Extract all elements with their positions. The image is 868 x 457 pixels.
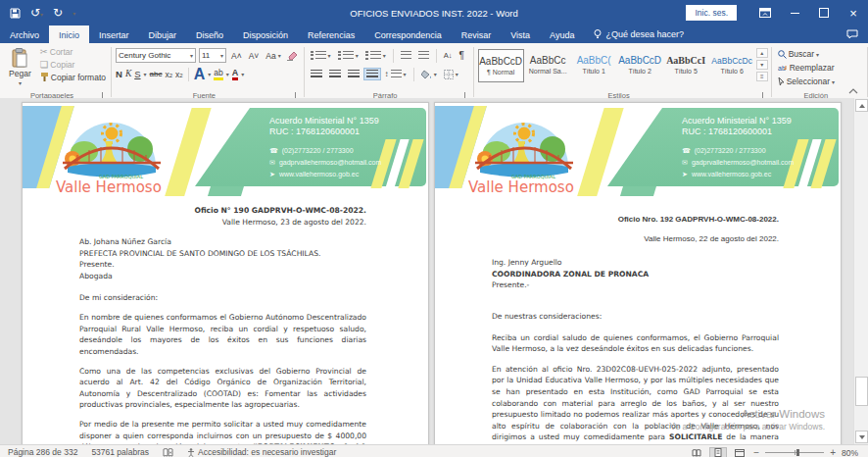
subscript-button[interactable]: x2 xyxy=(165,70,172,79)
document-page-2[interactable]: Acuerdo Ministerial N° 1359 RUC : 176812… xyxy=(434,102,842,444)
undo-icon[interactable]: ↺▾ xyxy=(30,6,43,20)
font-color-button[interactable]: A xyxy=(232,68,239,80)
styles-scroll-down-icon[interactable]: ▾ xyxy=(756,60,768,70)
style-normal[interactable]: AaBbCcD¶ Normal xyxy=(478,49,524,82)
clear-formatting-icon[interactable] xyxy=(286,51,298,61)
replace-button[interactable]: ab Reemplazar xyxy=(776,62,864,74)
shrink-font-button[interactable]: A˅ xyxy=(247,50,262,62)
borders-button[interactable]: ▾ xyxy=(442,69,460,80)
font-name-combo[interactable]: Century Gothic▾ xyxy=(116,48,196,63)
print-layout-icon[interactable] xyxy=(710,448,726,457)
font-color-dropdown-icon[interactable]: ▾ xyxy=(241,71,244,77)
proofing-icon[interactable] xyxy=(163,448,173,457)
tab-dibujar[interactable]: Dibujar xyxy=(139,25,187,43)
scroll-down-icon[interactable] xyxy=(855,431,868,443)
highlight-color-button[interactable]: ab xyxy=(214,68,222,80)
qat-customize-icon[interactable]: ▾ xyxy=(72,10,75,17)
decrease-indent-icon xyxy=(401,51,411,60)
multilevel-list-button[interactable]: ▾ xyxy=(363,50,388,61)
sign-in-button[interactable]: Inic. ses. xyxy=(686,5,737,21)
tab-diseno[interactable]: Diseño xyxy=(186,25,233,43)
copy-icon: ❏ xyxy=(40,60,49,70)
align-left-button[interactable] xyxy=(309,69,324,79)
paste-dropdown-icon[interactable]: ▾ xyxy=(19,79,22,86)
strikethrough-button[interactable]: abc xyxy=(150,70,163,78)
tab-revisar[interactable]: Revisar xyxy=(452,25,502,43)
shading-button[interactable]: ▾ xyxy=(419,69,439,80)
recipient-block-1: Ab. Johana Núñez García PREFECTA PROVINC… xyxy=(23,236,428,281)
text-effects-dropdown-icon[interactable]: ▾ xyxy=(208,71,211,77)
tab-disposicion[interactable]: Disposición xyxy=(233,25,298,43)
find-button[interactable]: Buscar▾ xyxy=(776,48,864,60)
minimize-button[interactable] xyxy=(780,0,809,25)
styles-more-icon[interactable]: ≡ xyxy=(756,72,768,81)
document-page-1[interactable]: Acuerdo Ministerial N° 1359 RUC : 176812… xyxy=(22,102,429,444)
style-titulo-6[interactable]: AaBbCcDcTítulo 6 xyxy=(710,49,754,80)
tab-insertar[interactable]: Insertar xyxy=(89,25,139,43)
tell-me-box[interactable]: ¿Qué desea hacer? xyxy=(584,25,694,43)
restore-button[interactable] xyxy=(809,0,839,25)
tab-inicio[interactable]: Inicio xyxy=(49,25,89,43)
zoom-slider-thumb[interactable] xyxy=(796,449,799,456)
close-button[interactable]: × xyxy=(839,0,868,25)
grow-font-button[interactable]: A˄ xyxy=(229,50,244,62)
tab-archivo[interactable]: Archivo xyxy=(0,25,49,43)
copy-button[interactable]: ❏Copiar xyxy=(38,59,108,71)
decrease-indent-button[interactable] xyxy=(399,50,413,61)
style-titulo-1[interactable]: AaBbC(Título 1 xyxy=(572,49,616,80)
highlight-dropdown-icon[interactable]: ▾ xyxy=(226,71,229,77)
scrollbar-thumb[interactable] xyxy=(855,377,868,406)
zoom-in-icon[interactable]: + xyxy=(830,447,836,457)
logo-title: Valle Hermoso xyxy=(56,178,162,196)
sort-button[interactable]: A↓ xyxy=(442,50,455,61)
tab-referencias[interactable]: Referencias xyxy=(298,25,364,43)
text-effects-button[interactable]: A xyxy=(194,66,206,83)
zoom-slider[interactable] xyxy=(765,452,824,453)
align-center-button[interactable] xyxy=(327,69,343,79)
numbering-button[interactable]: ▾ xyxy=(336,50,361,61)
bold-button[interactable]: N xyxy=(116,70,122,79)
scroll-up-icon[interactable] xyxy=(855,99,868,112)
accessibility-status[interactable]: Accesibilidad: es necesario investigar xyxy=(187,447,336,457)
font-size-combo[interactable]: 11▾ xyxy=(199,48,226,63)
style-titulo-2[interactable]: AaBbCcDTítulo 2 xyxy=(618,49,662,80)
zoom-level[interactable]: 80% xyxy=(842,448,858,457)
word-count[interactable]: 53761 palabras xyxy=(91,447,149,457)
web-layout-icon[interactable] xyxy=(732,448,747,457)
justify-button[interactable] xyxy=(364,69,380,79)
style-titulo-5[interactable]: AaBbCcITítulo 5 xyxy=(664,49,708,80)
collapse-ribbon-icon[interactable] xyxy=(848,87,858,95)
line-spacing-button[interactable]: ↕▾ xyxy=(383,69,409,79)
show-marks-button[interactable]: ¶ xyxy=(457,49,465,62)
ribbon-display-options-icon[interactable] xyxy=(750,0,780,25)
vertical-scrollbar[interactable] xyxy=(853,98,868,444)
format-painter-button[interactable]: Copiar formato xyxy=(38,72,108,83)
redo-icon[interactable]: ↻ xyxy=(53,6,63,20)
bullets-button[interactable]: ▾ xyxy=(309,50,333,61)
feedback-comment-icon[interactable] xyxy=(846,29,858,39)
change-case-button[interactable]: Aa▾ xyxy=(264,50,282,62)
undo-dropdown-icon[interactable]: ▾ xyxy=(40,12,43,18)
styles-scroll-up-icon[interactable]: ▴ xyxy=(756,48,768,58)
read-mode-icon[interactable] xyxy=(689,448,704,457)
tab-ayuda[interactable]: Ayuda xyxy=(540,25,584,43)
italic-button[interactable]: K xyxy=(125,70,131,79)
select-button[interactable]: Seleccionar▾ xyxy=(776,76,864,87)
underline-button[interactable]: S xyxy=(134,70,140,79)
underline-dropdown-icon[interactable]: ▾ xyxy=(144,71,147,77)
letterhead-contact-block: Acuerdo Ministerial N° 1359 RUC : 176812… xyxy=(269,116,381,180)
zoom-out-icon[interactable]: − xyxy=(753,447,759,457)
document-area[interactable]: Acuerdo Ministerial N° 1359 RUC : 176812… xyxy=(0,98,854,444)
cut-button[interactable]: ✂Cortar xyxy=(38,46,108,58)
page-indicator[interactable]: Página 286 de 332 xyxy=(8,447,77,457)
increase-indent-button[interactable] xyxy=(416,50,431,61)
align-right-button[interactable] xyxy=(346,69,362,79)
tab-vista[interactable]: Vista xyxy=(501,25,540,43)
style-normal-sa[interactable]: AaBbCcNormal Sa... xyxy=(526,49,570,80)
group-fuente: Century Gothic▾ 11▾ A˄ A˅ Aa▾ N K S▾ abc… xyxy=(112,43,305,101)
recipient-line: PREFECTA PROVINCIAL DE SANTO DOMINGO DE … xyxy=(79,248,366,260)
paste-button[interactable]: Pegar ▾ xyxy=(4,48,36,86)
save-icon[interactable] xyxy=(10,8,21,19)
tab-correspondencia[interactable]: Correspondencia xyxy=(364,25,452,43)
superscript-button[interactable]: x2 xyxy=(175,70,183,79)
